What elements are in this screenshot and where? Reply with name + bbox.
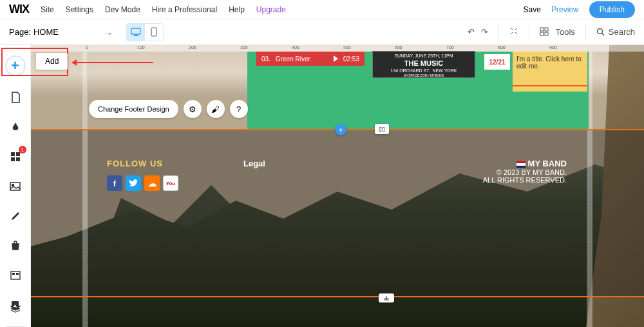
svg-rect-5 xyxy=(540,32,544,35)
guide-line[interactable] xyxy=(88,52,88,327)
svg-rect-4 xyxy=(545,28,548,31)
svg-line-8 xyxy=(601,34,604,36)
page-selector[interactable]: Page: HOME ⌄ xyxy=(9,27,113,37)
layers-icon[interactable] xyxy=(7,300,24,317)
venue-site: MYSPACE.COM / MYBAND xyxy=(373,74,475,78)
redo-button[interactable]: ↷ xyxy=(481,27,488,37)
blog-icon[interactable] xyxy=(7,208,24,224)
desktop-view-button[interactable] xyxy=(127,24,145,41)
expand-section-button[interactable] xyxy=(379,293,394,302)
horizontal-ruler: 0 100 200 300 400 500 600 700 800 900 xyxy=(31,45,644,52)
add-section-button[interactable]: + xyxy=(335,124,346,135)
search-button[interactable]: Search xyxy=(596,27,635,37)
venue-card[interactable]: SUNDAY, JUNE 25TH, 11PM THE MUSIC 134 OR… xyxy=(372,51,475,78)
preview-button[interactable]: Preview xyxy=(551,5,579,14)
flag-icon xyxy=(516,161,526,168)
page-name: HOME xyxy=(33,27,59,37)
publish-button[interactable]: Publish xyxy=(589,1,635,18)
track-time: 02:53 xyxy=(343,55,359,63)
menu-devmode[interactable]: Dev Mode xyxy=(105,5,140,14)
svg-rect-15 xyxy=(11,272,20,279)
toolbar: Page: HOME ⌄ ↶ ↷ Tools Search xyxy=(0,19,644,45)
wix-logo[interactable]: WIX xyxy=(9,3,29,16)
separator xyxy=(529,25,529,39)
top-right: Save Preview Publish xyxy=(524,1,635,18)
section-divider[interactable] xyxy=(31,296,644,297)
svg-rect-3 xyxy=(540,28,544,31)
svg-point-14 xyxy=(12,184,14,186)
menu-site[interactable]: Site xyxy=(41,5,54,14)
svg-rect-9 xyxy=(11,152,15,156)
svg-rect-13 xyxy=(10,183,20,190)
track-number: 03. xyxy=(261,55,270,63)
help-button[interactable]: ? xyxy=(230,100,248,118)
separator xyxy=(498,25,499,39)
undo-button[interactable]: ↶ xyxy=(468,27,475,37)
design-icon[interactable] xyxy=(7,119,24,135)
svg-rect-0 xyxy=(131,28,140,34)
svg-rect-12 xyxy=(16,157,20,161)
follow-heading[interactable]: FOLLOW US xyxy=(107,159,163,168)
accent-line xyxy=(513,85,587,86)
menu-settings[interactable]: Settings xyxy=(66,5,93,14)
top-menubar: WIX Site Settings Dev Mode Hire a Profes… xyxy=(0,0,644,19)
svg-rect-11 xyxy=(11,157,15,161)
sections-icon[interactable] xyxy=(7,267,24,284)
svg-rect-10 xyxy=(16,152,20,156)
footer-section[interactable] xyxy=(31,130,644,297)
track-name: Green River xyxy=(276,55,310,63)
svg-rect-2 xyxy=(151,28,156,36)
svg-rect-17 xyxy=(16,273,19,275)
editor-canvas[interactable]: 0 100 200 300 400 500 600 700 800 900 03… xyxy=(31,45,644,327)
venue-name: THE MUSIC xyxy=(373,59,475,68)
settings-button[interactable]: ⚙ xyxy=(184,100,202,118)
separator xyxy=(585,25,586,39)
mobile-view-button[interactable] xyxy=(145,24,163,41)
apps-badge: 1 xyxy=(19,146,26,154)
date-box[interactable]: 12/21 xyxy=(484,54,510,70)
menu-hire[interactable]: Hire a Professional xyxy=(152,5,217,14)
youtube-icon[interactable]: You xyxy=(163,175,178,191)
chevron-down-icon: ⌄ xyxy=(106,27,113,37)
apps-icon[interactable]: 1 xyxy=(7,148,24,165)
band-name: MY BAND xyxy=(528,159,567,168)
menu-help[interactable]: Help xyxy=(229,5,245,14)
top-menu: Site Settings Dev Mode Hire a Profession… xyxy=(41,5,286,14)
carousel-indicator[interactable]: ▯▯ xyxy=(375,124,389,134)
store-icon[interactable] xyxy=(7,237,24,254)
svg-point-7 xyxy=(597,29,602,34)
zoom-out-button[interactable] xyxy=(509,26,518,37)
design-button[interactable]: 🖌 xyxy=(207,100,225,118)
tools-button[interactable]: Tools xyxy=(540,27,574,37)
legal-heading[interactable]: Legal xyxy=(243,159,265,168)
device-switcher xyxy=(126,23,164,41)
media-icon[interactable] xyxy=(7,178,24,195)
change-footer-design-button[interactable]: Change Footer Design xyxy=(89,100,178,118)
left-sidebar: + 1 A xyxy=(0,45,31,327)
page-label: Page: xyxy=(9,27,31,37)
vertical-ruler-left xyxy=(82,52,88,327)
svg-rect-6 xyxy=(545,32,548,35)
pages-icon[interactable] xyxy=(7,89,24,106)
save-button[interactable]: Save xyxy=(524,5,541,14)
annotation-arrow xyxy=(76,62,153,63)
facebook-icon[interactable]: f xyxy=(107,175,122,191)
play-icon[interactable] xyxy=(334,55,338,62)
music-track[interactable]: 03. Green River 02:53 xyxy=(256,52,365,66)
twitter-icon[interactable] xyxy=(126,175,141,191)
toolbar-right: ↶ ↷ Tools Search xyxy=(468,25,635,39)
menu-upgrade[interactable]: Upgrade xyxy=(256,5,286,14)
social-icons: f ☁ You xyxy=(107,175,178,191)
rights: ALL RIGHTS RESERVED. xyxy=(483,176,567,184)
band-info[interactable]: MY BAND © 2023 BY MY BAND. ALL RIGHTS RE… xyxy=(483,159,567,184)
soundcloud-icon[interactable]: ☁ xyxy=(144,175,160,191)
element-toolbar: Change Footer Design ⚙ 🖌 ? xyxy=(89,99,248,119)
copyright: © 2023 BY MY BAND. xyxy=(483,168,567,176)
svg-rect-16 xyxy=(12,273,15,275)
add-tooltip: Add xyxy=(36,53,68,70)
svg-rect-1 xyxy=(134,35,138,36)
venue-day: SUNDAY, JUNE 25TH, 11PM xyxy=(373,53,475,59)
